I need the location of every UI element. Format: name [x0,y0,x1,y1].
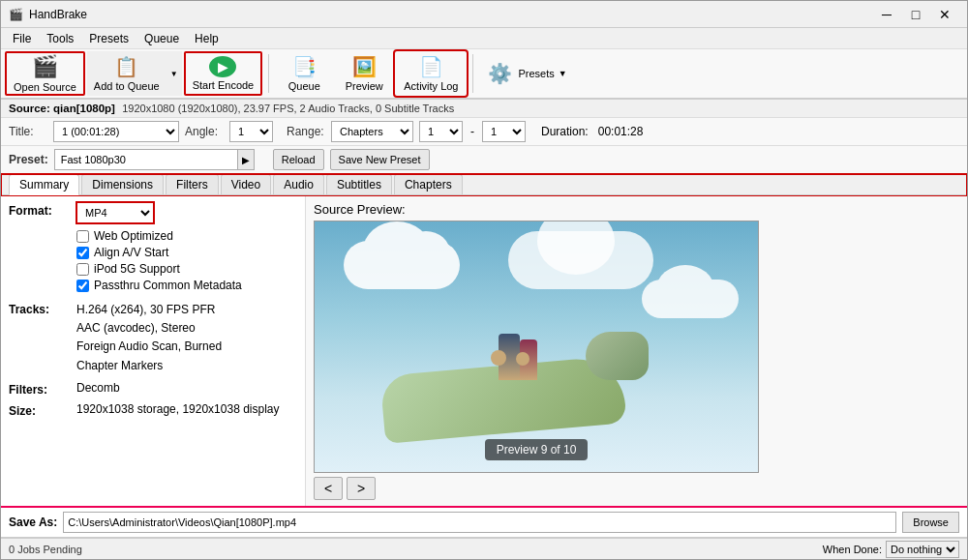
title-row: Title: 1 (00:01:28) Angle: 1 Range: Chap… [1,118,967,146]
save-bar: Save As: Browse [1,506,967,538]
align-av-row: Align A/V Start [76,246,297,259]
format-content: MP4 Web Optimized Align A/V Start iPod 5… [76,202,297,295]
tab-summary[interactable]: Summary [9,174,79,196]
passthru-checkbox[interactable] [76,280,89,292]
preview-next-button[interactable]: > [347,477,376,500]
app-window: 🎬 HandBrake ─ □ ✕ File Tools Presets Que… [0,0,968,560]
when-done-select[interactable]: Do nothing [886,541,959,558]
browse-button[interactable]: Browse [902,512,959,533]
save-new-preset-button[interactable]: Save New Preset [330,149,430,170]
tabs-bar: Summary Dimensions Filters Video Audio S… [1,174,967,196]
open-source-button[interactable]: 🎬 Open Source [5,51,85,96]
tab-chapters[interactable]: Chapters [394,174,463,194]
tab-audio[interactable]: Audio [273,174,324,194]
range-end-select[interactable]: 1 [482,121,526,142]
start-encode-icon: ▶ [209,56,236,77]
track-2: AAC (avcodec), Stereo [76,319,222,338]
app-title: HandBrake [29,8,87,21]
web-optimized-label: Web Optimized [94,229,173,243]
tab-subtitles[interactable]: Subtitles [326,174,392,194]
queue-button[interactable]: 📑 Queue [275,51,333,96]
preview-prev-button[interactable]: < [314,477,343,500]
preview-button[interactable]: 🖼️ Preview [335,51,393,96]
preset-label: Preset: [9,153,48,166]
toolbar-sep-2 [472,54,473,93]
open-source-icon: 🎬 [32,54,58,79]
preset-input[interactable] [54,149,238,170]
angle-select[interactable]: 1 [229,121,273,142]
source-value: qian[1080p] [53,103,115,114]
preview-image: Preview 9 of 10 [314,221,759,473]
filters-row: Filters: Decomb [9,381,297,397]
dragon-scene [363,337,653,433]
source-details: 1920x1080 (1920x1080), 23.97 FPS, 2 Audi… [122,103,454,114]
preview-label: Preview [346,80,383,92]
menu-help[interactable]: Help [187,30,227,47]
ipod-label: iPod 5G Support [94,262,180,276]
range-type-select[interactable]: Chapters [331,121,413,142]
filters-value: Decomb [76,381,120,395]
presets-arrow-icon: ▼ [559,69,567,78]
reload-button[interactable]: Reload [273,149,324,170]
menu-tools[interactable]: Tools [39,30,81,47]
queue-label: Queue [288,80,320,92]
range-label: Range: [287,125,325,138]
start-encode-label: Start Encode [193,79,255,91]
add-to-queue-dropdown-button[interactable]: ▼ [166,51,182,96]
presets-button[interactable]: ⚙️ Presets ▼ [479,51,575,96]
passthru-label: Passthru Common Metadata [94,279,242,292]
presets-label: Presets [518,68,554,79]
when-done-label: When Done: [823,544,882,555]
activity-log-button[interactable]: 📄 Activity Log [395,51,467,96]
size-value: 1920x1038 storage, 1920x1038 display [76,402,280,416]
add-to-queue-button[interactable]: 📋 Add to Queue [87,51,166,96]
format-select[interactable]: MP4 [76,202,154,223]
tracks-label: Tracks: [9,301,76,316]
track-1: H.264 (x264), 30 FPS PFR [76,301,222,319]
minimize-button[interactable]: ─ [872,5,901,24]
tab-dimensions[interactable]: Dimensions [81,174,164,194]
web-optimized-checkbox[interactable] [76,230,89,243]
maximize-button[interactable]: □ [901,5,930,24]
activity-log-label: Activity Log [404,80,458,92]
align-av-checkbox[interactable] [76,247,89,259]
jobs-pending-status: 0 Jobs Pending [9,544,82,555]
close-button[interactable]: ✕ [930,5,959,24]
preset-input-group: ▶ [54,149,267,170]
title-bar: 🎬 HandBrake ─ □ ✕ [1,1,967,28]
track-4: Chapter Markers [76,357,222,375]
toolbar: 🎬 Open Source 📋 Add to Queue ▼ ▶ Start E… [1,49,967,100]
toolbar-sep-1 [268,54,269,93]
range-start-select[interactable]: 1 [419,121,463,142]
main-body: Format: MP4 Web Optimized Align A/V Star… [1,196,967,506]
cloud-2 [642,280,739,318]
add-to-queue-group: 📋 Add to Queue ▼ [87,51,182,96]
title-select[interactable]: 1 (00:01:28) [53,121,179,142]
save-as-label: Save As: [9,516,57,529]
save-path-input[interactable] [63,512,896,533]
track-3: Foreign Audio Scan, Burned [76,338,222,356]
ipod-checkbox[interactable] [76,263,89,276]
align-av-label: Align A/V Start [94,246,168,259]
passthru-row: Passthru Common Metadata [76,279,297,292]
preset-arrow-button[interactable]: ▶ [238,149,255,170]
menu-presets[interactable]: Presets [81,30,136,47]
menu-queue[interactable]: Queue [136,30,187,47]
ipod-row: iPod 5G Support [76,262,297,276]
start-encode-button[interactable]: ▶ Start Encode [184,51,263,96]
tracks-content: H.264 (x264), 30 FPS PFR AAC (avcodec), … [76,301,222,375]
add-to-queue-icon: 📋 [114,55,138,78]
tracks-row: Tracks: H.264 (x264), 30 FPS PFR AAC (av… [9,301,297,375]
tab-video[interactable]: Video [221,174,271,194]
menu-file[interactable]: File [5,30,39,47]
when-done-group: When Done: Do nothing [823,541,959,558]
web-optimized-row: Web Optimized [76,229,297,243]
menu-bar: File Tools Presets Queue Help [1,28,967,49]
tab-filters[interactable]: Filters [166,174,219,194]
status-bar: 0 Jobs Pending When Done: Do nothing [1,538,967,559]
preview-panel: Source Preview: Preview 9 of 10 < [306,196,967,506]
preview-nav: < > [314,477,376,500]
add-to-queue-label: Add to Queue [94,80,160,92]
summary-panel: Format: MP4 Web Optimized Align A/V Star… [1,196,306,506]
duration-label: Duration: [541,125,589,138]
